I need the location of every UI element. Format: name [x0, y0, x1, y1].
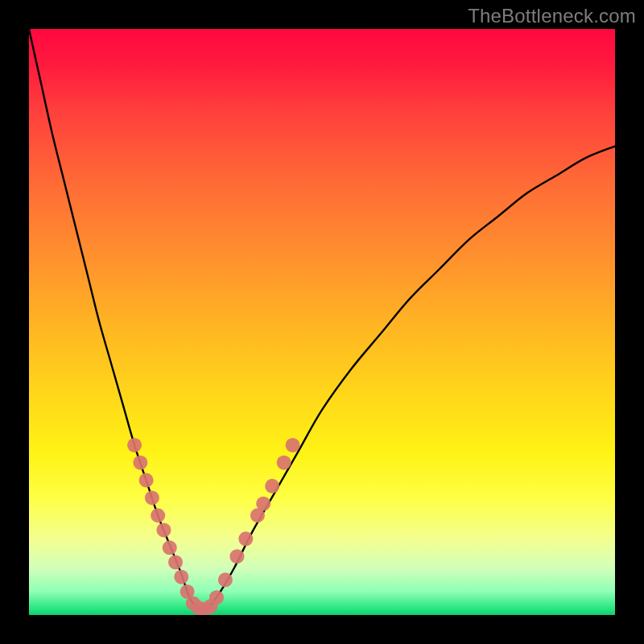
- bottleneck-curve: [29, 29, 615, 609]
- plot-area: [29, 29, 615, 615]
- data-marker: [139, 473, 154, 488]
- data-marker: [265, 479, 279, 493]
- data-marker: [277, 456, 291, 470]
- data-marker: [174, 570, 188, 584]
- data-marker: [229, 549, 244, 564]
- chart-frame: TheBottleneck.com: [0, 0, 644, 644]
- data-marker: [151, 508, 165, 522]
- data-marker: [133, 456, 147, 470]
- watermark-text: TheBottleneck.com: [468, 5, 636, 27]
- marker-layer: [127, 438, 300, 615]
- curve-layer: [29, 29, 615, 609]
- data-marker: [127, 438, 142, 452]
- data-marker: [145, 490, 159, 505]
- data-marker: [163, 540, 177, 555]
- data-marker: [218, 572, 233, 587]
- data-marker: [256, 497, 270, 511]
- data-marker: [209, 590, 224, 605]
- data-marker: [156, 522, 171, 537]
- data-marker: [238, 531, 253, 546]
- data-marker: [168, 555, 183, 569]
- data-marker: [286, 438, 300, 452]
- chart-svg: [29, 29, 615, 615]
